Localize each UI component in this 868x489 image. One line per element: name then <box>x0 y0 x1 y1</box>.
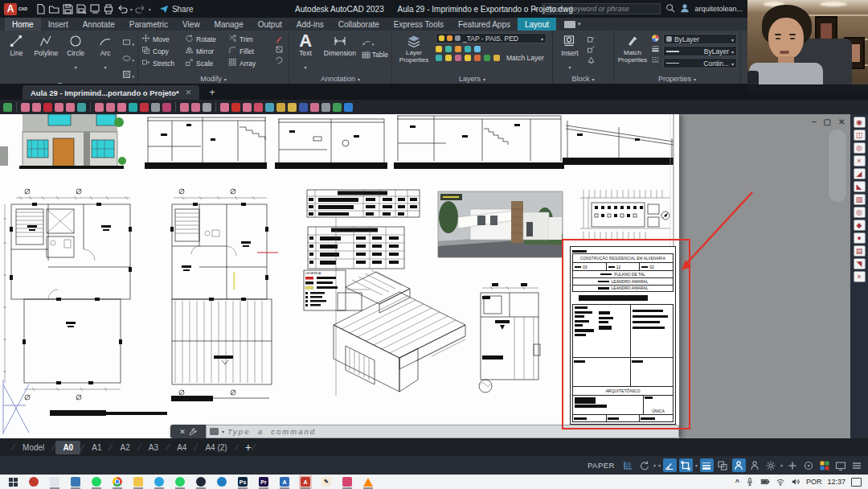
speaker-icon[interactable] <box>791 477 800 487</box>
layer-state-icon[interactable] <box>474 55 481 61</box>
app-a-taskbar-icon[interactable]: A <box>278 475 291 489</box>
drawing-canvas[interactable]: .ln{stroke:#222;fill:none;stroke-width:.… <box>0 114 868 438</box>
ribbon-tab-view[interactable]: View <box>175 18 207 31</box>
minimize-icon[interactable]: ‒ <box>812 117 817 126</box>
close-icon[interactable]: ✕ <box>838 117 845 126</box>
layer-state-icon[interactable] <box>484 55 490 61</box>
caret-icon[interactable]: ▾ <box>695 462 698 468</box>
layer-state-icon[interactable] <box>436 55 442 61</box>
chrome-taskbar-icon[interactable] <box>111 475 124 489</box>
color-wheel-icon[interactable] <box>651 34 660 43</box>
toolbar-icon-4[interactable] <box>43 103 52 112</box>
file-explorer-taskbar-icon[interactable] <box>132 475 145 489</box>
layer-dropdown[interactable]: _TAP - PAIS. PED <box>436 33 547 43</box>
ribbon-tab-layout[interactable]: Layout <box>518 18 556 31</box>
ribbon-tab-home[interactable]: Home <box>5 18 41 31</box>
layer-state-icon[interactable] <box>445 46 452 52</box>
erase-icon[interactable]: × <box>854 155 866 166</box>
wrench-icon[interactable] <box>189 428 197 436</box>
ribbon-display-toggle[interactable]: ▾ <box>564 18 581 31</box>
panel-label-modify[interactable]: Modify <box>138 73 289 84</box>
edit-block-tool[interactable] <box>587 45 596 54</box>
match-properties-tool[interactable]: Match Properties <box>617 33 648 64</box>
app-pink-taskbar-icon[interactable] <box>341 475 354 489</box>
username[interactable]: arquitetolean... <box>694 5 743 13</box>
panel-label-layers[interactable]: Layers <box>392 73 552 84</box>
command-input[interactable] <box>227 427 675 436</box>
selection-cycling-icon[interactable] <box>716 458 730 472</box>
layer-state-icon[interactable] <box>465 55 471 61</box>
scale-tool[interactable]: Scale <box>185 58 228 68</box>
command-input-field[interactable]: ▾ <box>206 425 679 438</box>
ribbon-tab-featured-apps[interactable]: Featured Apps <box>451 18 518 31</box>
line-tool[interactable]: Line <box>3 33 30 57</box>
layer-state-icon[interactable] <box>493 55 500 61</box>
calculator-taskbar-icon[interactable] <box>69 475 82 489</box>
restore-icon[interactable]: ▢ <box>824 117 831 126</box>
hidden-icons-chevron[interactable]: ^ <box>735 478 739 486</box>
share-button[interactable]: Share <box>159 4 194 14</box>
annotation-scale-icon[interactable] <box>732 458 746 472</box>
print-icon[interactable] <box>103 3 114 14</box>
toolbar-icon-25[interactable] <box>265 103 274 112</box>
toolbar-icon-29[interactable] <box>310 103 319 112</box>
wifi-icon[interactable] <box>776 477 785 487</box>
toolbar-icon-15[interactable] <box>162 103 171 112</box>
object-color-dropdown[interactable]: ByLayer <box>663 34 737 44</box>
search-input[interactable] <box>542 3 661 14</box>
toolbar-icon-7[interactable] <box>77 103 86 112</box>
toolbar-icon-28[interactable] <box>299 103 308 112</box>
app-blue-taskbar-icon[interactable] <box>215 475 228 489</box>
target-icon[interactable]: ◎ <box>854 142 866 154</box>
toolbar-icon-5[interactable] <box>55 103 63 112</box>
lineweight-list-icon[interactable] <box>651 44 660 53</box>
undo-icon[interactable] <box>117 3 128 14</box>
telegram-taskbar-icon[interactable] <box>153 475 166 489</box>
command-bar-handle[interactable]: ✕ <box>170 425 206 438</box>
pen-ne-icon[interactable]: ◢ <box>854 168 866 179</box>
insert-block-tool[interactable]: Insert <box>556 33 583 72</box>
customize-plus-icon[interactable] <box>785 458 799 472</box>
toolbar-icon-14[interactable] <box>151 103 160 112</box>
delete-x-icon[interactable]: × <box>854 271 866 282</box>
hatch-tool[interactable] <box>122 67 135 81</box>
close-tab-icon[interactable]: ✕ <box>186 88 192 97</box>
hatch-box-icon[interactable]: ▨ <box>854 194 866 205</box>
layout-tab-a3[interactable]: A3 <box>141 441 166 454</box>
toolbar-icon-24[interactable] <box>254 103 263 112</box>
layout-tab-a2[interactable]: A2 <box>113 441 137 454</box>
table-tool[interactable]: Table <box>362 51 388 60</box>
layout-tab-a0[interactable]: A0 <box>55 441 80 454</box>
explode-tool[interactable] <box>275 45 284 54</box>
autocad-menu-logo[interactable]: A CAD <box>0 0 31 18</box>
object-snap-icon[interactable] <box>679 458 693 472</box>
ribbon-tab-output[interactable]: Output <box>251 18 289 31</box>
polyline-tool[interactable]: Polyline <box>33 33 59 57</box>
fillet-tool[interactable]: Fillet <box>228 46 272 56</box>
copy-tool[interactable]: Copy <box>141 46 185 56</box>
block-attributes-tool[interactable] <box>587 55 596 64</box>
menu-icon[interactable] <box>850 458 863 472</box>
user-icon[interactable] <box>680 3 690 14</box>
toolbar-icon-31[interactable] <box>333 103 342 112</box>
layer-state-icon[interactable] <box>455 46 461 52</box>
toolbar-icon-22[interactable] <box>231 103 240 112</box>
layer-state-icon[interactable] <box>474 46 481 52</box>
lasso-tool[interactable] <box>275 55 284 64</box>
vlc-taskbar-icon[interactable] <box>362 475 375 489</box>
layout-tab-a4-2[interactable]: A4 (2) <box>198 441 234 454</box>
match-layer-label[interactable]: Match Layer <box>506 55 544 62</box>
ribbon-tab-add-ins[interactable]: Add-ins <box>289 18 331 31</box>
donut-icon[interactable]: ◎ <box>854 207 866 218</box>
toolbar-icon-13[interactable] <box>140 103 149 112</box>
premiere-taskbar-icon[interactable]: Pr <box>257 475 270 489</box>
navigation-bar[interactable] <box>828 129 847 203</box>
layer-state-icon[interactable] <box>465 46 471 52</box>
search-icon[interactable] <box>665 3 675 14</box>
panel-label-properties[interactable]: Properties <box>614 73 740 84</box>
command-caret-icon[interactable]: ▾ <box>222 429 224 434</box>
array-tool[interactable]: Array <box>228 58 272 68</box>
layout-paper-sheet[interactable]: .ln{stroke:#222;fill:none;stroke-width:.… <box>0 114 679 438</box>
layer-state-icon[interactable] <box>455 55 461 61</box>
caret-icon[interactable]: ▾ <box>130 6 133 12</box>
